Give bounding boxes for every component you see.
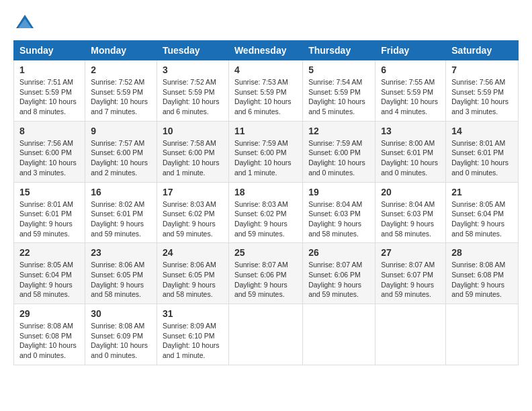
day-number: 11 [234,126,297,136]
calendar-day-cell: 24 Sunrise: 8:06 AMSunset: 6:05 PMDaylig… [157,243,228,304]
calendar-day-cell: 7 Sunrise: 7:56 AMSunset: 5:59 PMDayligh… [446,60,519,122]
day-info: Sunrise: 7:59 AMSunset: 6:00 PMDaylight:… [308,139,365,177]
weekday-header-cell: Wednesday [228,41,302,60]
calendar-week-row: 1 Sunrise: 7:51 AMSunset: 5:59 PMDayligh… [14,60,519,122]
day-info: Sunrise: 7:52 AMSunset: 5:59 PMDaylight:… [163,78,220,116]
day-number: 14 [451,126,513,136]
day-number: 19 [308,187,369,197]
calendar-day-cell: 1 Sunrise: 7:51 AMSunset: 5:59 PMDayligh… [14,60,85,122]
calendar-day-cell: 5 Sunrise: 7:54 AMSunset: 5:59 PMDayligh… [303,60,375,122]
day-info: Sunrise: 8:00 AMSunset: 6:01 PMDaylight:… [381,139,438,177]
day-number: 31 [163,308,223,319]
weekday-header-cell: Monday [85,41,157,60]
calendar-day-cell: 16 Sunrise: 8:02 AMSunset: 6:01 PMDaylig… [85,182,157,243]
weekday-header-cell: Tuesday [157,41,228,60]
calendar-day-cell: 29 Sunrise: 8:08 AMSunset: 6:08 PMDaylig… [14,304,85,365]
day-number: 8 [19,126,79,136]
calendar-day-cell: 23 Sunrise: 8:06 AMSunset: 6:05 PMDaylig… [85,243,157,304]
calendar-day-cell: 15 Sunrise: 8:01 AMSunset: 6:01 PMDaylig… [14,182,85,243]
calendar-day-cell: 20 Sunrise: 8:04 AMSunset: 6:03 PMDaylig… [375,182,446,243]
calendar-day-cell: 14 Sunrise: 8:01 AMSunset: 6:01 PMDaylig… [446,121,519,182]
day-number: 23 [91,247,151,258]
day-info: Sunrise: 8:05 AMSunset: 6:04 PMDaylight:… [451,200,505,238]
day-number: 26 [308,247,369,258]
calendar-day-cell: 27 Sunrise: 8:07 AMSunset: 6:07 PMDaylig… [375,243,446,304]
calendar-day-cell: 4 Sunrise: 7:53 AMSunset: 5:59 PMDayligh… [228,60,302,122]
day-number: 13 [381,126,440,136]
calendar-day-cell: 9 Sunrise: 7:57 AMSunset: 6:00 PMDayligh… [85,121,157,182]
calendar-day-cell: 2 Sunrise: 7:52 AMSunset: 5:59 PMDayligh… [85,60,157,122]
day-info: Sunrise: 8:09 AMSunset: 6:10 PMDaylight:… [163,322,220,359]
day-info: Sunrise: 8:05 AMSunset: 6:04 PMDaylight:… [19,261,73,298]
weekday-header-cell: Saturday [446,41,519,60]
day-number: 22 [19,247,79,258]
day-number: 18 [234,187,297,197]
day-number: 9 [91,126,151,136]
day-info: Sunrise: 7:51 AMSunset: 5:59 PMDaylight:… [19,78,77,116]
calendar-day-cell: 22 Sunrise: 8:05 AMSunset: 6:04 PMDaylig… [14,243,85,304]
day-info: Sunrise: 7:57 AMSunset: 6:00 PMDaylight:… [91,139,148,177]
day-info: Sunrise: 7:54 AMSunset: 5:59 PMDaylight:… [308,78,365,116]
day-number: 28 [451,247,513,258]
calendar-day-cell: 30 Sunrise: 8:08 AMSunset: 6:09 PMDaylig… [85,304,157,365]
calendar-day-cell: 28 Sunrise: 8:08 AMSunset: 6:08 PMDaylig… [446,243,519,304]
day-number: 25 [234,247,297,258]
calendar-day-cell: 12 Sunrise: 7:59 AMSunset: 6:00 PMDaylig… [303,121,375,182]
calendar-week-row: 15 Sunrise: 8:01 AMSunset: 6:01 PMDaylig… [14,182,519,243]
calendar-day-cell: 19 Sunrise: 8:04 AMSunset: 6:03 PMDaylig… [303,182,375,243]
day-number: 2 [91,64,151,75]
calendar-week-row: 22 Sunrise: 8:05 AMSunset: 6:04 PMDaylig… [14,243,519,304]
day-number: 20 [381,187,440,197]
day-number: 6 [381,64,440,75]
day-info: Sunrise: 7:59 AMSunset: 6:00 PMDaylight:… [234,139,292,177]
calendar-day-cell: 11 Sunrise: 7:59 AMSunset: 6:00 PMDaylig… [228,121,302,182]
day-number: 30 [91,308,151,319]
day-info: Sunrise: 7:52 AMSunset: 5:59 PMDaylight:… [91,78,148,116]
day-info: Sunrise: 8:06 AMSunset: 6:05 PMDaylight:… [163,261,216,298]
day-info: Sunrise: 8:01 AMSunset: 6:01 PMDaylight:… [19,200,73,238]
day-info: Sunrise: 8:07 AMSunset: 6:07 PMDaylight:… [381,261,435,298]
day-number: 16 [91,187,151,197]
calendar-day-cell: 17 Sunrise: 8:03 AMSunset: 6:02 PMDaylig… [157,182,228,243]
logo-icon [15,13,35,34]
day-info: Sunrise: 8:08 AMSunset: 6:08 PMDaylight:… [451,261,505,298]
day-info: Sunrise: 7:58 AMSunset: 6:00 PMDaylight:… [163,139,220,177]
day-info: Sunrise: 7:55 AMSunset: 5:59 PMDaylight:… [381,78,438,116]
calendar-day-cell: 18 Sunrise: 8:03 AMSunset: 6:02 PMDaylig… [228,182,302,243]
weekday-header-row: SundayMondayTuesdayWednesdayThursdayFrid… [14,41,519,60]
calendar-week-row: 8 Sunrise: 7:56 AMSunset: 6:00 PMDayligh… [14,121,519,182]
calendar-day-cell: 31 Sunrise: 8:09 AMSunset: 6:10 PMDaylig… [157,304,228,365]
day-number: 29 [19,308,79,319]
day-number: 10 [163,126,223,136]
day-info: Sunrise: 8:03 AMSunset: 6:02 PMDaylight:… [163,200,216,238]
calendar-day-cell: 25 Sunrise: 8:07 AMSunset: 6:06 PMDaylig… [228,243,302,304]
day-number: 21 [451,187,513,197]
calendar-day-cell: 26 Sunrise: 8:07 AMSunset: 6:06 PMDaylig… [303,243,375,304]
day-info: Sunrise: 8:07 AMSunset: 6:06 PMDaylight:… [234,261,288,298]
day-number: 3 [163,64,223,75]
header [13,13,519,34]
day-info: Sunrise: 8:04 AMSunset: 6:03 PMDaylight:… [308,200,362,238]
day-number: 24 [163,247,223,258]
logo [13,13,35,34]
weekday-header-cell: Friday [375,41,446,60]
day-number: 15 [19,187,79,197]
day-info: Sunrise: 8:02 AMSunset: 6:01 PMDaylight:… [91,200,144,238]
day-info: Sunrise: 7:53 AMSunset: 5:59 PMDaylight:… [234,78,292,116]
calendar-day-cell: 8 Sunrise: 7:56 AMSunset: 6:00 PMDayligh… [14,121,85,182]
calendar-table: SundayMondayTuesdayWednesdayThursdayFrid… [13,40,519,365]
calendar-day-cell [446,304,519,365]
calendar-day-cell: 10 Sunrise: 7:58 AMSunset: 6:00 PMDaylig… [157,121,228,182]
calendar-body: 1 Sunrise: 7:51 AMSunset: 5:59 PMDayligh… [14,60,519,365]
day-number: 27 [381,247,440,258]
weekday-header-cell: Sunday [14,41,85,60]
day-number: 17 [163,187,223,197]
day-number: 7 [451,64,513,75]
day-number: 12 [308,126,369,136]
calendar-day-cell: 3 Sunrise: 7:52 AMSunset: 5:59 PMDayligh… [157,60,228,122]
day-info: Sunrise: 8:08 AMSunset: 6:09 PMDaylight:… [91,322,148,359]
day-info: Sunrise: 8:07 AMSunset: 6:06 PMDaylight:… [308,261,362,298]
day-number: 5 [308,64,369,75]
calendar-day-cell: 6 Sunrise: 7:55 AMSunset: 5:59 PMDayligh… [375,60,446,122]
calendar-day-cell [375,304,446,365]
